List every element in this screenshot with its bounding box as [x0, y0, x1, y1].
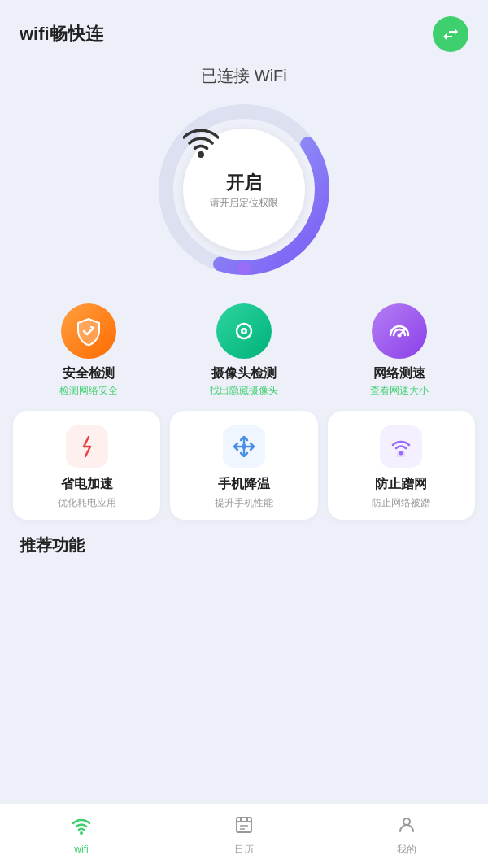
app-title: wifi畅快连 — [20, 22, 103, 46]
bottom-nav: wifi 日历 我的 — [0, 803, 488, 868]
protect-desc: 防止网络被蹭 — [372, 496, 430, 510]
wifi-nav-label: wifi — [74, 844, 88, 855]
svg-rect-11 — [237, 818, 251, 832]
camera-icon — [229, 316, 259, 347]
donut-label: 开启 — [226, 172, 262, 194]
camera-icon-bg — [216, 303, 272, 359]
speed-icon-bg — [372, 303, 427, 359]
power-icon — [74, 434, 100, 460]
protect-icon-bg — [380, 425, 422, 468]
security-name: 安全检测 — [63, 365, 115, 382]
profile-nav-label: 我的 — [397, 843, 416, 857]
nav-profile[interactable]: 我的 — [325, 815, 488, 857]
power-desc: 优化耗电应用 — [58, 496, 116, 510]
profile-nav-icon — [397, 815, 416, 840]
svg-point-10 — [80, 831, 83, 835]
wifi-nav-icon — [71, 818, 92, 840]
donut-center: 开启 请开启定位权限 — [183, 129, 305, 251]
protect-name: 防止蹭网 — [375, 476, 427, 493]
svg-point-5 — [242, 330, 245, 333]
partial-section-label: 推荐功能 — [0, 528, 488, 556]
speed-icon — [384, 316, 415, 347]
svg-point-2 — [237, 262, 251, 275]
feature-camera[interactable]: 摄像头检测 找出隐藏摄像头 — [210, 303, 278, 398]
wifi-status-label: 已连接 WiFi — [0, 65, 488, 87]
history-nav-icon — [234, 815, 254, 840]
feature-security[interactable]: 安全检测 检测网络安全 — [59, 303, 118, 398]
nav-wifi[interactable]: wifi — [0, 818, 163, 855]
header: wifi畅快连 — [0, 0, 488, 60]
card-power[interactable]: 省电加速 优化耗电应用 — [13, 411, 160, 520]
speed-desc: 查看网速大小 — [370, 384, 429, 398]
card-grid: 省电加速 优化耗电应用 手机降温 提升手机性能 防止 — [0, 403, 488, 528]
security-desc: 检测网络安全 — [59, 384, 118, 398]
donut-container: 开启 请开启定位权限 — [0, 100, 488, 279]
cool-icon-bg — [223, 425, 265, 468]
history-nav-label: 日历 — [234, 843, 254, 857]
power-icon-bg — [66, 425, 108, 468]
cool-desc: 提升手机性能 — [215, 496, 273, 510]
cool-icon — [231, 434, 257, 460]
card-cool[interactable]: 手机降温 提升手机性能 — [170, 411, 317, 520]
camera-desc: 找出隐藏摄像头 — [210, 384, 278, 398]
feature-speed[interactable]: 网络测速 查看网速大小 — [370, 303, 429, 398]
security-icon — [73, 316, 104, 347]
donut-ring[interactable]: 开启 请开启定位权限 — [155, 100, 333, 279]
camera-name: 摄像头检测 — [211, 365, 277, 382]
card-protect[interactable]: 防止蹭网 防止网络被蹭 — [328, 411, 475, 520]
exchange-icon — [441, 24, 460, 44]
svg-point-17 — [403, 818, 410, 825]
feature-grid: 安全检测 检测网络安全 摄像头检测 找出隐藏摄像头 网络测速 — [0, 295, 488, 403]
security-icon-bg — [61, 303, 116, 359]
nav-history[interactable]: 日历 — [163, 815, 325, 857]
power-name: 省电加速 — [61, 476, 113, 493]
donut-sublabel: 请开启定位权限 — [210, 196, 278, 210]
exchange-button[interactable] — [433, 16, 468, 52]
cool-name: 手机降温 — [218, 476, 270, 493]
protect-icon — [388, 434, 414, 460]
speed-name: 网络测速 — [373, 365, 425, 382]
